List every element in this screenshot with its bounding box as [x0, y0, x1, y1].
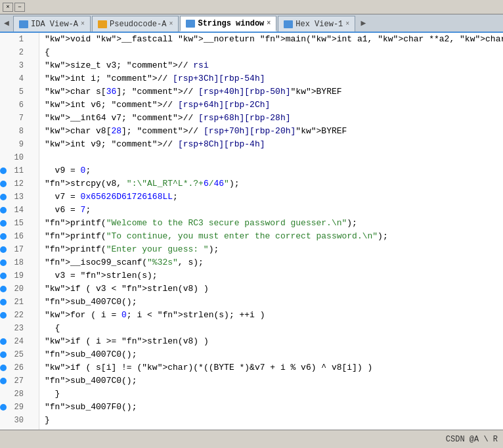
line-number-9: 9: [9, 140, 24, 149]
code-line-4: "kw">int i; "comment">// [rsp+3Ch] [rbp-…: [45, 72, 503, 85]
breakpoint-dot-29[interactable]: [0, 404, 7, 411]
line-number-5: 5: [9, 87, 24, 97]
breakpoint-dot-21[interactable]: [0, 299, 7, 305]
code-line-9: "kw">int v9; "comment">// [rsp+8Ch] [rbp…: [45, 138, 503, 151]
breakpoint-dot-27[interactable]: [0, 378, 7, 384]
breakpoint-dot-6[interactable]: [0, 102, 7, 108]
tab-label-ida-view-a: IDA View-A: [31, 20, 78, 29]
tab-close-pseudocode-a[interactable]: ×: [169, 20, 173, 28]
code-area[interactable]: "kw">void "kw">__fastcall "kw">__noretur…: [39, 33, 503, 430]
close-button[interactable]: ×: [3, 3, 13, 12]
line-number-21: 21: [9, 298, 24, 307]
gutter-row-12: 12: [0, 177, 39, 190]
gutter-row-15: 15: [0, 217, 39, 230]
code-line-16: "fn">printf("To continue, you must enter…: [45, 230, 503, 243]
gutter-row-2: 2: [0, 46, 39, 59]
title-bar: × −: [0, 0, 503, 14]
code-line-12: "fn">strcpy(v8, ":\"AL_RT^L*.?+6/46");: [45, 177, 503, 190]
breakpoint-dot-1[interactable]: [0, 36, 7, 43]
gutter-row-6: 6: [0, 99, 39, 112]
line-number-15: 15: [9, 219, 24, 228]
tab-ida-view-a[interactable]: IDA View-A×: [13, 16, 91, 32]
line-number-23: 23: [9, 324, 24, 333]
minimize-button[interactable]: −: [14, 3, 25, 12]
breakpoint-dot-7[interactable]: [0, 115, 7, 122]
gutter-row-19: 19: [0, 269, 39, 282]
tab-icon-strings-window: [186, 20, 195, 28]
breakpoint-dot-9[interactable]: [0, 141, 7, 148]
tab-scroll-right[interactable]: ▶: [357, 14, 370, 32]
line-number-26: 26: [9, 363, 24, 372]
tab-bar: ◀ IDA View-A×Pseudocode-A×Strings window…: [0, 14, 503, 33]
gutter-row-23: 23: [0, 322, 39, 335]
breakpoint-dot-10[interactable]: [0, 154, 7, 161]
gutter-row-22: 22: [0, 309, 39, 322]
line-number-11: 11: [9, 166, 24, 175]
breakpoint-dot-16[interactable]: [0, 233, 7, 240]
breakpoint-dot-23[interactable]: [0, 325, 7, 332]
breakpoint-dot-8[interactable]: [0, 128, 7, 135]
code-line-18: "fn">__isoc99_scanf("%32s", s);: [45, 256, 503, 269]
status-text: CSDN @A \ R: [446, 435, 498, 444]
gutter-row-11: 11: [0, 164, 39, 177]
line-number-2: 2: [9, 48, 24, 57]
gutter-row-26: 26: [0, 361, 39, 374]
breakpoint-dot-18[interactable]: [0, 259, 7, 266]
tab-pseudocode-a[interactable]: Pseudocode-A×: [92, 16, 179, 32]
code-line-1: "kw">void "kw">__fastcall "kw">__noretur…: [45, 33, 503, 46]
gutter-row-4: 4: [0, 72, 39, 85]
breakpoint-dot-2[interactable]: [0, 49, 7, 56]
code-line-26: "kw">if ( s[i] != ("kw">char)(*((BYTE *)…: [45, 361, 503, 374]
breakpoint-dot-13[interactable]: [0, 194, 7, 200]
line-number-12: 12: [9, 179, 24, 189]
tab-close-ida-view-a[interactable]: ×: [81, 20, 85, 28]
gutter-row-27: 27: [0, 374, 39, 388]
code-line-27: "fn">sub_4007C0();: [45, 374, 503, 388]
line-number-18: 18: [9, 258, 24, 267]
gutter-row-29: 29: [0, 401, 39, 414]
line-number-29: 29: [9, 403, 24, 412]
code-line-13: v7 = 0x65626D61726168LL;: [45, 190, 503, 204]
breakpoint-dot-17[interactable]: [0, 246, 7, 253]
tab-hex-view-1[interactable]: Hex View-1×: [278, 16, 355, 32]
breakpoint-dot-28[interactable]: [0, 391, 7, 397]
tab-close-hex-view-1[interactable]: ×: [345, 20, 349, 28]
code-line-10: [45, 151, 503, 164]
tab-scroll-left[interactable]: ◀: [0, 14, 13, 32]
line-number-3: 3: [9, 61, 24, 70]
breakpoint-dot-26[interactable]: [0, 365, 7, 371]
code-line-3: "kw">size_t v3; "comment">// rsi: [45, 59, 503, 72]
tab-label-strings-window: Strings window: [198, 19, 264, 28]
gutter-row-16: 16: [0, 230, 39, 243]
line-number-19: 19: [9, 271, 24, 280]
breakpoint-dot-30[interactable]: [0, 417, 7, 424]
breakpoint-dot-20[interactable]: [0, 286, 7, 292]
code-line-20: "kw">if ( v3 < "fn">strlen(v8) ): [45, 282, 503, 296]
line-number-16: 16: [9, 232, 24, 241]
breakpoint-dot-14[interactable]: [0, 207, 7, 213]
breakpoint-dot-24[interactable]: [0, 338, 7, 345]
tab-close-strings-window[interactable]: ×: [267, 20, 271, 27]
breakpoint-dot-4[interactable]: [0, 76, 7, 82]
breakpoint-dot-3[interactable]: [0, 62, 7, 69]
line-gutter: 1234567891011121314151617181920212223242…: [0, 33, 39, 430]
gutter-row-13: 13: [0, 190, 39, 204]
breakpoint-dot-5[interactable]: [0, 89, 7, 95]
code-line-15: "fn">printf("Welcome to the RC3 secure p…: [45, 217, 503, 230]
line-number-24: 24: [9, 337, 24, 346]
breakpoint-dot-11[interactable]: [0, 168, 7, 174]
gutter-row-14: 14: [0, 204, 39, 217]
breakpoint-dot-12[interactable]: [0, 181, 7, 187]
code-container: 1234567891011121314151617181920212223242…: [0, 33, 503, 430]
breakpoint-dot-15[interactable]: [0, 220, 7, 227]
tab-icon-pseudocode-a: [98, 20, 107, 28]
line-number-14: 14: [9, 206, 24, 215]
breakpoint-dot-25[interactable]: [0, 351, 7, 358]
line-number-30: 30: [9, 416, 24, 425]
gutter-row-25: 25: [0, 348, 39, 361]
breakpoint-dot-22[interactable]: [0, 312, 7, 319]
tab-label-hex-view-1: Hex View-1: [295, 20, 343, 29]
code-line-6: "kw">int v6; "comment">// [rsp+64h] [rbp…: [45, 99, 503, 112]
tab-strings-window[interactable]: Strings window×: [180, 16, 276, 32]
breakpoint-dot-19[interactable]: [0, 273, 7, 279]
